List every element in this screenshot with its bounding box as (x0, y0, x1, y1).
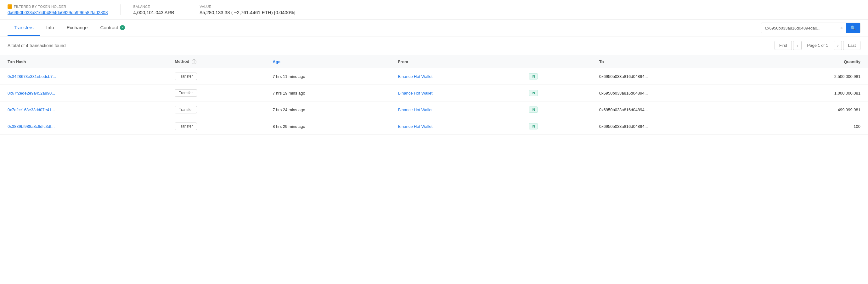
value-section: VALUE $5,280,133.38 ( ~2,761.4461 ETH) [… (200, 5, 308, 15)
tabs-row: Transfers Info Exchange Contract ✓ × 🔍 (0, 20, 868, 36)
last-page-button[interactable]: Last (843, 41, 861, 50)
balance-section: BALANCE 4,000,101.043 ARB (133, 5, 187, 15)
table-row: 0x7afce168e33dd07e41... Transfer 7 hrs 2… (0, 102, 868, 118)
from-link[interactable]: Binance Hot Wallet (398, 107, 432, 112)
direction-badge: IN (529, 90, 538, 96)
from-link[interactable]: Binance Hot Wallet (398, 91, 432, 96)
filter-label: 🔶 FILTERED BY TOKEN HOLDER (7, 4, 107, 9)
method-badge: Transfer (175, 106, 197, 113)
direction-cell: IN (521, 118, 592, 135)
age-cell: 8 hrs 29 mins ago (265, 118, 390, 135)
to-cell: 0x6950b033a816d04894... (592, 102, 760, 118)
balance-label: BALANCE (133, 5, 174, 8)
tabs-left: Transfers Info Exchange Contract ✓ (7, 20, 131, 36)
from-link[interactable]: Binance Hot Wallet (398, 124, 432, 129)
filter-address-link[interactable]: 0x6950b033a816d04894da0929db9f96a82fad28… (7, 10, 107, 15)
tab-transfers[interactable]: Transfers (7, 20, 40, 36)
quantity-cell: 1,000,000.081 (760, 85, 868, 102)
balance-value: 4,000,101.043 ARB (133, 10, 174, 15)
method-info-icon[interactable]: i (192, 59, 196, 64)
quantity-cell: 100 (760, 118, 868, 135)
transactions-table: Txn Hash Method i Age From To Quantity 0… (0, 55, 868, 135)
col-quantity: Quantity (760, 55, 868, 68)
to-cell: 0x6950b033a816d04894... (592, 68, 760, 85)
to-cell: 0x6950b033a816d04894... (592, 85, 760, 102)
from-cell: Binance Hot Wallet (390, 85, 521, 102)
method-cell: Transfer (167, 68, 265, 85)
txn-hash-link[interactable]: 0x3839bf988a8c6dfc3df... (7, 124, 55, 129)
age-cell: 7 hrs 11 mins ago (265, 68, 390, 85)
age-cell: 7 hrs 24 mins ago (265, 102, 390, 118)
search-input[interactable] (761, 23, 837, 33)
from-cell: Binance Hot Wallet (390, 102, 521, 118)
page-wrapper: 🔶 FILTERED BY TOKEN HOLDER 0x6950b033a81… (0, 0, 868, 284)
method-cell: Transfer (167, 102, 265, 118)
direction-badge: IN (529, 73, 538, 79)
next-page-button[interactable]: › (834, 41, 842, 50)
table-row: 0x67f2ede2e9a452a890... Transfer 7 hrs 1… (0, 85, 868, 102)
pagination: First ‹ Page 1 of 1 › Last (775, 41, 861, 50)
direction-cell: IN (521, 102, 592, 118)
quantity-cell: 2,500,000.981 (760, 68, 868, 85)
from-cell: Binance Hot Wallet (390, 118, 521, 135)
txn-hash-cell: 0x67f2ede2e9a452a890... (0, 85, 167, 102)
col-age: Age (265, 55, 390, 68)
col-method: Method i (167, 55, 265, 68)
value-label: VALUE (200, 5, 296, 8)
filter-icon: 🔶 (7, 4, 12, 9)
prev-page-button[interactable]: ‹ (793, 41, 801, 50)
col-txn-hash: Txn Hash (0, 55, 167, 68)
col-direction (521, 55, 592, 68)
txn-hash-cell: 0x7afce168e33dd07e41... (0, 102, 167, 118)
search-clear-button[interactable]: × (837, 23, 846, 33)
tab-info[interactable]: Info (40, 20, 60, 36)
quantity-cell: 499,999.981 (760, 102, 868, 118)
method-cell: Transfer (167, 85, 265, 102)
direction-badge: IN (529, 123, 538, 130)
table-row: 0x3839bf988a8c6dfc3df... Transfer 8 hrs … (0, 118, 868, 135)
age-cell: 7 hrs 19 mins ago (265, 85, 390, 102)
from-cell: Binance Hot Wallet (390, 68, 521, 85)
value-value: $5,280,133.38 ( ~2,761.4461 ETH) [0.0400… (200, 10, 296, 15)
txn-hash-cell: 0x3839bf988a8c6dfc3df... (0, 118, 167, 135)
table-container: Txn Hash Method i Age From To Quantity 0… (0, 55, 868, 135)
search-icon: 🔍 (850, 26, 856, 31)
txn-count-text: A total of 4 transactions found (7, 43, 65, 48)
page-info: Page 1 of 1 (803, 41, 833, 50)
filter-token-holder-section: 🔶 FILTERED BY TOKEN HOLDER 0x6950b033a81… (7, 4, 121, 15)
verified-badge-icon: ✓ (120, 25, 125, 30)
txn-hash-link[interactable]: 0x3428673e381ebedcb7... (7, 74, 56, 79)
search-box: × 🔍 (761, 23, 861, 33)
filter-banner: 🔶 FILTERED BY TOKEN HOLDER 0x6950b033a81… (0, 0, 868, 20)
direction-cell: IN (521, 68, 592, 85)
txn-count-row: A total of 4 transactions found First ‹ … (0, 36, 868, 55)
direction-badge: IN (529, 106, 538, 113)
method-badge: Transfer (175, 89, 197, 97)
txn-hash-link[interactable]: 0x7afce168e33dd07e41... (7, 107, 55, 112)
to-cell: 0x6950b033a816d04894... (592, 118, 760, 135)
col-to: To (592, 55, 760, 68)
direction-cell: IN (521, 85, 592, 102)
txn-hash-cell: 0x3428673e381ebedcb7... (0, 68, 167, 85)
table-header-row: Txn Hash Method i Age From To Quantity (0, 55, 868, 68)
table-row: 0x3428673e381ebedcb7... Transfer 7 hrs 1… (0, 68, 868, 85)
first-page-button[interactable]: First (775, 41, 792, 50)
method-badge: Transfer (175, 73, 197, 80)
search-button[interactable]: 🔍 (846, 23, 860, 33)
txn-hash-link[interactable]: 0x67f2ede2e9a452a890... (7, 91, 55, 96)
method-badge: Transfer (175, 122, 197, 130)
tabs-right: × 🔍 (761, 23, 861, 33)
tab-contract[interactable]: Contract ✓ (94, 20, 131, 36)
col-from: From (390, 55, 521, 68)
from-link[interactable]: Binance Hot Wallet (398, 74, 432, 79)
method-cell: Transfer (167, 118, 265, 135)
tab-exchange[interactable]: Exchange (60, 20, 94, 36)
